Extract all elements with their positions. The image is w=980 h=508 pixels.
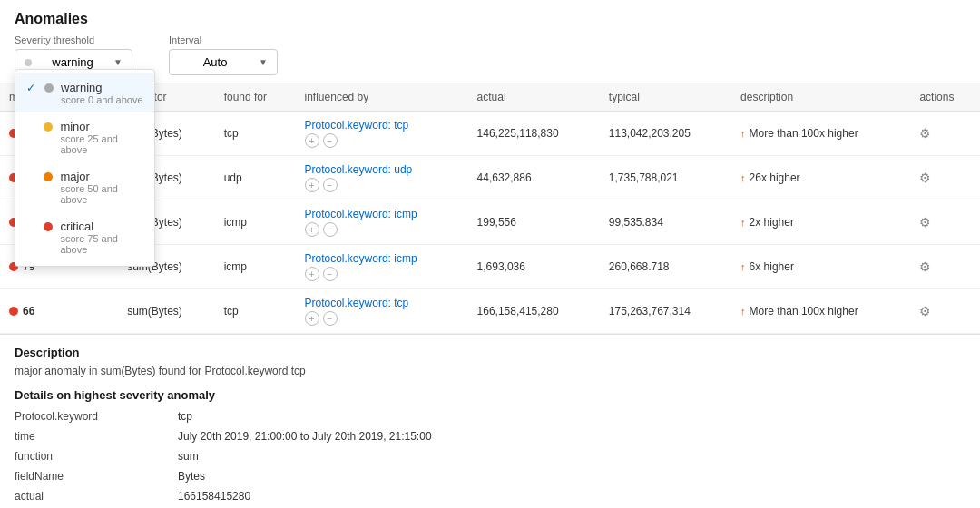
description-text: major anomaly in sum(Bytes) found for Pr… — [15, 365, 965, 377]
cell-found-for: icmp — [215, 245, 296, 289]
cell-found-for: tcp — [215, 112, 296, 156]
col-description[interactable]: description — [731, 83, 910, 112]
up-arrow-icon: ↑ — [740, 217, 746, 228]
gear-icon[interactable]: ⚙ — [919, 126, 931, 141]
col-actual[interactable]: actual — [468, 83, 600, 112]
cell-actual: 1,693,036 — [468, 245, 600, 289]
cell-actual: 166,158,415,280 — [468, 289, 600, 334]
cell-typical: 1,735,788,021 — [600, 156, 731, 200]
cell-detector: sum(Bytes) — [118, 289, 214, 334]
description-text: 2x higher — [750, 216, 794, 229]
critical-dot — [44, 222, 53, 231]
cell-actions: ⚙ — [910, 112, 980, 156]
cell-severity: 66 — [0, 289, 118, 334]
check-icon: ✓ — [26, 82, 37, 94]
interval-control-group: Interval Auto ▼ — [169, 34, 278, 75]
major-label: major — [60, 170, 143, 183]
detail-value: tcp — [178, 407, 965, 425]
remove-filter-icon[interactable]: − — [323, 311, 338, 326]
cell-typical: 113,042,203.205 — [600, 112, 731, 156]
dropdown-item-warning[interactable]: ✓ warning score 0 and above — [15, 73, 154, 112]
add-filter-icon[interactable]: + — [305, 222, 319, 237]
cell-influenced-by: Protocol.keyword: icmp + − — [296, 245, 468, 289]
col-influenced-by[interactable]: influenced by — [296, 83, 468, 112]
minor-dot — [44, 122, 53, 132]
minor-label: minor — [60, 120, 143, 133]
add-filter-icon[interactable]: + — [305, 267, 319, 281]
add-filter-icon[interactable]: + — [305, 311, 319, 326]
severity-label: Severity threshold — [15, 34, 132, 45]
severity-dropdown-menu: ✓ warning score 0 and above minor score … — [15, 69, 155, 267]
remove-filter-icon[interactable]: − — [323, 133, 338, 148]
cell-typical: 99,535.834 — [600, 200, 731, 245]
description-text: More than 100x higher — [750, 127, 858, 140]
warning-label: warning — [61, 81, 143, 94]
influenced-label: Protocol.keyword: tcp — [305, 119, 459, 132]
cell-influenced-by: Protocol.keyword: udp + − — [296, 156, 468, 200]
cell-actions: ⚙ — [910, 289, 980, 334]
cell-actions: ⚙ — [910, 200, 980, 245]
warning-dot — [44, 83, 54, 93]
cell-actual: 44,632,886 — [468, 156, 600, 200]
influenced-icons: + − — [305, 178, 459, 192]
severity-value: warning — [39, 55, 106, 69]
influenced-label: Protocol.keyword: icmp — [305, 208, 459, 220]
cell-actions: ⚙ — [910, 245, 980, 289]
add-filter-icon[interactable]: + — [305, 178, 319, 192]
description-text: 6x higher — [750, 260, 794, 273]
cell-found-for: tcp — [215, 289, 296, 334]
gear-icon[interactable]: ⚙ — [919, 304, 931, 318]
add-filter-icon[interactable]: + — [305, 133, 319, 148]
dropdown-item-major[interactable]: major score 50 and above — [15, 162, 154, 212]
interval-label: Interval — [169, 34, 278, 45]
cell-description: ↑ 6x higher — [731, 245, 910, 289]
influenced-icons: + − — [305, 311, 459, 326]
influenced-icons: + − — [305, 222, 459, 237]
remove-filter-icon[interactable]: − — [323, 267, 338, 281]
minor-score: score 25 and above — [60, 133, 143, 155]
chevron-down-icon-interval: ▼ — [259, 57, 268, 67]
cell-description: ↑ 26x higher — [731, 156, 910, 200]
remove-filter-icon[interactable]: − — [323, 222, 338, 237]
page-container: Anomalies Severity threshold warning ▼ I… — [0, 0, 980, 508]
cell-found-for: icmp — [215, 200, 296, 245]
col-typical[interactable]: typical — [600, 83, 731, 112]
detail-key: fieldName — [15, 467, 178, 485]
description-text: More than 100x higher — [750, 305, 858, 318]
chevron-down-icon: ▼ — [113, 57, 122, 67]
influenced-label: Protocol.keyword: udp — [305, 163, 459, 176]
detail-rows: Protocol.keywordtcptimeJuly 20th 2019, 2… — [15, 407, 965, 508]
cell-influenced-by: Protocol.keyword: tcp + − — [296, 112, 468, 156]
table-row[interactable]: 66 sum(Bytes) tcp Protocol.keyword: tcp … — [0, 289, 980, 334]
severity-dot — [9, 307, 18, 316]
dropdown-item-critical[interactable]: critical score 75 and above — [15, 212, 154, 262]
gear-icon[interactable]: ⚙ — [919, 171, 931, 185]
cell-typical: 175,263,767,314 — [600, 289, 731, 334]
warning-score: score 0 and above — [61, 94, 143, 105]
cell-actual: 199,556 — [468, 200, 600, 245]
detail-key: actual — [15, 487, 178, 505]
major-score: score 50 and above — [60, 183, 143, 205]
cell-description: ↑ More than 100x higher — [731, 289, 910, 334]
detail-value: July 20th 2019, 21:00:00 to July 20th 20… — [178, 427, 965, 445]
gear-icon[interactable]: ⚙ — [919, 259, 931, 274]
cell-actual: 146,225,118,830 — [468, 112, 600, 156]
gear-icon[interactable]: ⚙ — [919, 215, 931, 230]
page-title: Anomalies — [0, 0, 980, 31]
dropdown-item-minor[interactable]: minor score 25 and above — [15, 112, 154, 162]
interval-dropdown[interactable]: Auto ▼ — [169, 49, 278, 75]
cell-typical: 260,668.718 — [600, 245, 731, 289]
remove-filter-icon[interactable]: − — [323, 178, 338, 192]
up-arrow-icon: ↑ — [740, 306, 746, 317]
description-title: Description — [15, 346, 965, 359]
critical-label: critical — [60, 220, 143, 233]
details-title: Details on highest severity anomaly — [15, 388, 965, 402]
detail-value: sum — [178, 447, 965, 465]
detail-value: 166158415280 — [178, 487, 965, 505]
col-found-for[interactable]: found for — [215, 83, 296, 112]
cell-found-for: udp — [215, 156, 296, 200]
cell-description: ↑ More than 100x higher — [731, 112, 910, 156]
influenced-label: Protocol.keyword: tcp — [305, 297, 459, 309]
severity-value: 66 — [23, 305, 34, 318]
influenced-label: Protocol.keyword: icmp — [305, 252, 459, 265]
